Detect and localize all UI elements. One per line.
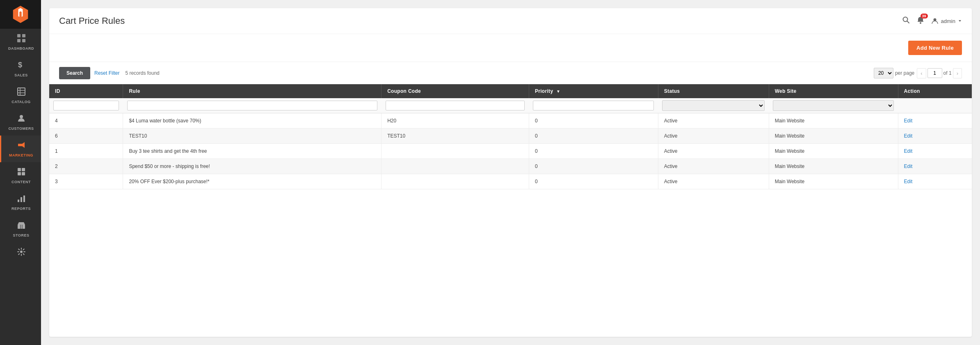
cell-coupon: H20 [381,113,529,129]
table-row: 6 TEST10 TEST10 0 Active Main Website Ed… [49,129,972,144]
page-header: Cart Price Rules 39 admin [49,8,972,34]
next-page-button[interactable]: › [953,68,962,78]
chevron-down-icon [958,19,962,23]
sidebar-item-system[interactable] [0,242,41,265]
svg-point-9 [20,115,23,118]
svg-rect-0 [17,34,21,37]
sidebar-item-reports[interactable]: REPORTS [0,189,41,216]
filter-website[interactable]: Main Website [773,100,894,111]
cell-rule: TEST10 [123,129,381,144]
reset-filter-button[interactable]: Reset Filter [94,70,119,76]
table-row: 2 Spend $50 or more - shipping is free! … [49,159,972,174]
search-button[interactable]: Search [59,67,90,79]
page-input[interactable] [927,68,942,78]
sidebar: DASHBOARD $ SALES CATALOG CUSTOMERS MARK… [0,0,41,345]
col-header-rule: Rule [123,84,381,98]
sidebar-item-customers-label: CUSTOMERS [9,126,34,131]
edit-link[interactable]: Edit [904,118,913,124]
sidebar-item-catalog[interactable]: CATALOG [0,82,41,109]
sidebar-item-stores-label: STORES [13,233,30,237]
col-header-coupon: Coupon Code [381,84,529,98]
edit-link[interactable]: Edit [904,179,913,184]
cell-id: 4 [49,113,123,129]
svg-text:$: $ [18,61,22,69]
cell-status: Active [658,174,769,189]
sidebar-item-content[interactable]: CONTENT [0,162,41,189]
cell-coupon [381,144,529,159]
page-nav: ‹ of 1 › [917,68,962,78]
admin-label: admin [941,18,955,24]
prev-page-button[interactable]: ‹ [917,68,926,78]
svg-rect-16 [23,196,25,202]
svg-rect-14 [18,200,19,202]
cell-rule: 20% OFF Ever $200-plus purchase!* [123,174,381,189]
search-icon[interactable] [902,16,910,26]
svg-rect-2 [17,39,21,42]
cell-coupon: TEST10 [381,129,529,144]
cell-website: Main Website [769,174,898,189]
svg-rect-1 [22,34,25,37]
edit-link[interactable]: Edit [904,148,913,154]
filter-id[interactable] [53,101,119,110]
cell-website: Main Website [769,144,898,159]
filter-priority[interactable] [533,101,654,110]
cell-action: Edit [898,113,972,129]
cell-id: 2 [49,159,123,174]
cell-coupon [381,174,529,189]
notification-badge: 39 [921,14,928,18]
sidebar-logo [0,0,41,29]
marketing-icon [17,140,26,152]
cell-coupon [381,159,529,174]
cell-priority: 0 [529,113,658,129]
table-row: 1 Buy 3 tee shirts and get the 4th free … [49,144,972,159]
edit-link[interactable]: Edit [904,133,913,139]
col-header-priority[interactable]: Priority ▼ [529,84,658,98]
cell-status: Active [658,144,769,159]
cell-status: Active [658,113,769,129]
edit-link[interactable]: Edit [904,163,913,169]
header-actions: 39 admin [902,16,962,26]
svg-point-20 [20,251,23,253]
search-bar: Search Reset Filter 5 records found 20 3… [49,62,972,84]
cell-priority: 0 [529,144,658,159]
sidebar-item-marketing-label: MARKETING [9,153,33,157]
sidebar-item-dashboard[interactable]: DASHBOARD [0,29,41,55]
sidebar-item-customers[interactable]: CUSTOMERS [0,109,41,136]
data-table: ID Rule Coupon Code Priority ▼ Status We… [49,84,972,189]
cell-action: Edit [898,174,972,189]
filter-status[interactable]: ActiveInactive [662,100,765,111]
cell-action: Edit [898,159,972,174]
cell-rule: $4 Luma water bottle (save 70%) [123,113,381,129]
admin-menu[interactable]: admin [931,17,962,25]
sidebar-item-stores[interactable]: STORES [0,216,41,242]
sidebar-item-dashboard-label: DASHBOARD [8,46,34,51]
per-page-dropdown[interactable]: 20 30 50 [874,68,893,78]
cell-rule: Buy 3 tee shirts and get the 4th free [123,144,381,159]
cell-status: Active [658,159,769,174]
table-body: 4 $4 Luma water bottle (save 70%) H20 0 … [49,113,972,189]
filter-rule[interactable] [127,101,377,110]
cell-action: Edit [898,129,972,144]
notifications-icon[interactable]: 39 [916,16,925,26]
sidebar-item-marketing[interactable]: MARKETING [0,136,41,162]
add-new-rule-button[interactable]: Add New Rule [908,41,962,55]
col-header-action: Action [898,84,972,98]
sidebar-item-sales[interactable]: $ SALES [0,55,41,82]
cell-action: Edit [898,144,972,159]
cell-rule: Spend $50 or more - shipping is free! [123,159,381,174]
svg-rect-17 [18,225,25,229]
sort-arrow-priority: ▼ [556,89,560,94]
cell-website: Main Website [769,129,898,144]
sidebar-item-content-label: CONTENT [11,180,31,184]
customers-icon [17,114,26,125]
svg-rect-12 [18,172,21,175]
cell-id: 1 [49,144,123,159]
catalog-icon [17,87,26,98]
svg-rect-5 [18,88,25,95]
pagination-controls: 20 30 50 per page ‹ of 1 › [874,68,962,78]
table-filter-row: ActiveInactive Main Website [49,98,972,113]
system-icon [17,247,26,258]
reports-icon [17,194,26,205]
cell-priority: 0 [529,159,658,174]
filter-coupon[interactable] [386,101,525,110]
